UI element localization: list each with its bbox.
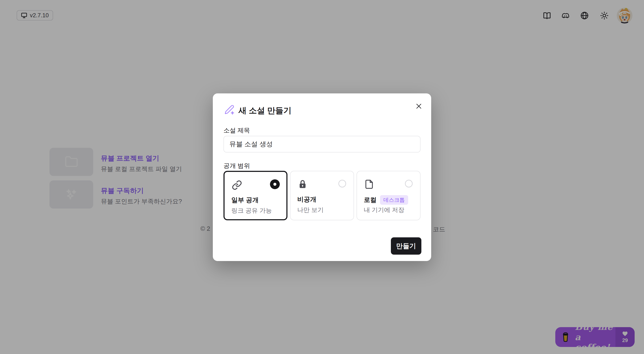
pencil-plus-icon <box>224 104 234 115</box>
new-novel-dialog: 새 소설 만들기 소설 제목 공개 범위 일부 공개 <box>213 94 431 261</box>
file-icon <box>364 179 374 190</box>
create-button[interactable]: 만들기 <box>391 237 421 254</box>
visibility-options: 일부 공개 링크 공유 가능 비공개 나만 보기 <box>224 171 420 220</box>
visibility-option-local[interactable]: 로컬 데스크톱 내 기기에 저장 <box>356 171 420 220</box>
novel-title-input[interactable] <box>224 136 420 152</box>
close-button[interactable] <box>414 101 424 111</box>
link-icon <box>232 180 242 190</box>
radio-selected[interactable] <box>270 179 280 189</box>
option-subtitle: 링크 공유 가능 <box>231 206 272 215</box>
app-root: v2.7.10 <box>0 0 644 354</box>
option-subtitle: 나만 보기 <box>297 206 324 214</box>
option-subtitle: 내 기기에 저장 <box>364 206 404 214</box>
visibility-option-partial-public[interactable]: 일부 공개 링크 공유 가능 <box>224 171 288 220</box>
visibility-label: 공개 범위 <box>224 162 250 170</box>
option-title: 일부 공개 <box>231 196 259 204</box>
radio-unselected[interactable] <box>405 180 413 188</box>
novel-title-label: 소설 제목 <box>224 126 250 135</box>
dialog-title: 새 소설 만들기 <box>238 105 292 116</box>
option-title: 로컬 <box>364 196 376 204</box>
radio-unselected[interactable] <box>338 180 346 188</box>
visibility-option-private[interactable]: 비공개 나만 보기 <box>290 171 354 220</box>
option-title: 비공개 <box>297 195 316 204</box>
close-icon <box>415 102 422 110</box>
lock-icon <box>298 179 308 190</box>
desktop-badge: 데스크톱 <box>380 195 408 205</box>
